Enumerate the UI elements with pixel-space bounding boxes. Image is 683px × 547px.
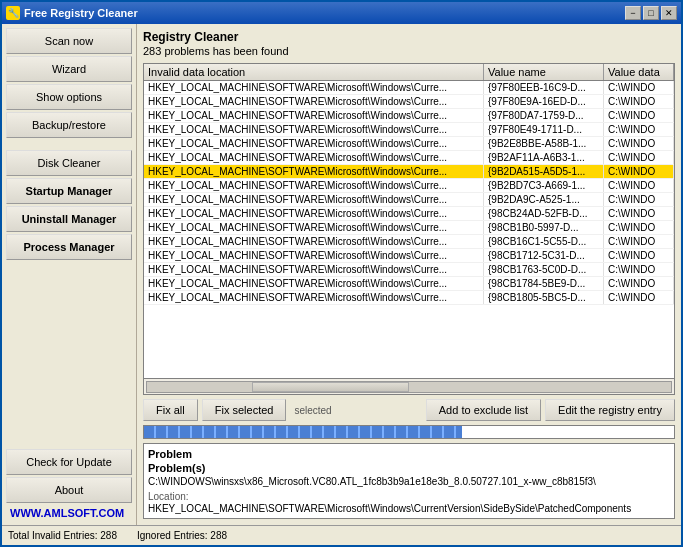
fix-selected-button[interactable]: Fix selected <box>202 399 287 421</box>
location-text: HKEY_LOCAL_MACHINE\SOFTWARE\Microsoft\Wi… <box>148 503 670 514</box>
table-row[interactable]: HKEY_LOCAL_MACHINE\SOFTWARE\Microsoft\Wi… <box>144 263 674 277</box>
disk-cleaner-button[interactable]: Disk Cleaner <box>6 150 132 176</box>
table-row[interactable]: HKEY_LOCAL_MACHINE\SOFTWARE\Microsoft\Wi… <box>144 235 674 249</box>
table-row[interactable]: HKEY_LOCAL_MACHINE\SOFTWARE\Microsoft\Wi… <box>144 193 674 207</box>
table-header: Invalid data location Value name Value d… <box>144 64 674 81</box>
cell-location: HKEY_LOCAL_MACHINE\SOFTWARE\Microsoft\Wi… <box>144 193 484 206</box>
cell-data: C:\WINDO <box>604 263 674 276</box>
show-options-button[interactable]: Show options <box>6 84 132 110</box>
table-hscrollbar[interactable] <box>144 378 674 394</box>
cell-value: {9B2BD7C3-A669-1... <box>484 179 604 192</box>
cell-location: HKEY_LOCAL_MACHINE\SOFTWARE\Microsoft\Wi… <box>144 249 484 262</box>
window-title: Free Registry Cleaner <box>24 7 625 19</box>
cell-location: HKEY_LOCAL_MACHINE\SOFTWARE\Microsoft\Wi… <box>144 151 484 164</box>
cell-value: {97F80EEB-16C9-D... <box>484 81 604 94</box>
table-row[interactable]: HKEY_LOCAL_MACHINE\SOFTWARE\Microsoft\Wi… <box>144 207 674 221</box>
about-button[interactable]: About <box>6 477 132 503</box>
cell-data: C:\WINDO <box>604 179 674 192</box>
startup-manager-button[interactable]: Startup Manager <box>6 178 132 204</box>
col-header-value: Value name <box>484 64 604 80</box>
cell-data: C:\WINDO <box>604 193 674 206</box>
table-row[interactable]: HKEY_LOCAL_MACHINE\SOFTWARE\Microsoft\Wi… <box>144 277 674 291</box>
cell-data: C:\WINDO <box>604 95 674 108</box>
backup-restore-button[interactable]: Backup/restore <box>6 112 132 138</box>
maximize-button[interactable]: □ <box>643 6 659 20</box>
cell-location: HKEY_LOCAL_MACHINE\SOFTWARE\Microsoft\Wi… <box>144 109 484 122</box>
minimize-button[interactable]: − <box>625 6 641 20</box>
cell-location: HKEY_LOCAL_MACHINE\SOFTWARE\Microsoft\Wi… <box>144 95 484 108</box>
content-area: Registry Cleaner 283 problems has been f… <box>137 24 681 525</box>
main-window: 🔧 Free Registry Cleaner − □ ✕ Scan now W… <box>0 0 683 547</box>
add-exclude-button[interactable]: Add to exclude list <box>426 399 541 421</box>
cell-location: HKEY_LOCAL_MACHINE\SOFTWARE\Microsoft\Wi… <box>144 81 484 94</box>
scan-now-button[interactable]: Scan now <box>6 28 132 54</box>
selected-label: selected <box>290 399 421 421</box>
table-row[interactable]: HKEY_LOCAL_MACHINE\SOFTWARE\Microsoft\Wi… <box>144 123 674 137</box>
problem-title: Problem(s) <box>148 462 670 474</box>
cell-location: HKEY_LOCAL_MACHINE\SOFTWARE\Microsoft\Wi… <box>144 277 484 290</box>
cell-value: {9B2DA515-A5D5-1... <box>484 165 604 178</box>
main-layout: Scan now Wizard Show options Backup/rest… <box>2 24 681 525</box>
close-button[interactable]: ✕ <box>661 6 677 20</box>
title-bar: 🔧 Free Registry Cleaner − □ ✕ <box>2 2 681 24</box>
edit-registry-button[interactable]: Edit the registry entry <box>545 399 675 421</box>
cell-value: {97F80DA7-1759-D... <box>484 109 604 122</box>
cell-value: {97F80E9A-16ED-D... <box>484 95 604 108</box>
uninstall-manager-button[interactable]: Uninstall Manager <box>6 206 132 232</box>
cell-value: {9B2AF11A-A6B3-1... <box>484 151 604 164</box>
cell-data: C:\WINDO <box>604 137 674 150</box>
problem-text: C:\WINDOWS\winsxs\x86_Microsoft.VC80.ATL… <box>148 476 670 487</box>
cell-data: C:\WINDO <box>604 123 674 136</box>
cell-location: HKEY_LOCAL_MACHINE\SOFTWARE\Microsoft\Wi… <box>144 137 484 150</box>
status-bar: Total Invalid Entries: 288 Ignored Entri… <box>2 525 681 545</box>
cell-location: HKEY_LOCAL_MACHINE\SOFTWARE\Microsoft\Wi… <box>144 235 484 248</box>
cell-location: HKEY_LOCAL_MACHINE\SOFTWARE\Microsoft\Wi… <box>144 123 484 136</box>
table-row[interactable]: HKEY_LOCAL_MACHINE\SOFTWARE\Microsoft\Wi… <box>144 109 674 123</box>
progress-bar-fill <box>144 426 462 438</box>
table-row[interactable]: HKEY_LOCAL_MACHINE\SOFTWARE\Microsoft\Wi… <box>144 95 674 109</box>
sidebar: Scan now Wizard Show options Backup/rest… <box>2 24 137 525</box>
cell-value: {98CB1B0-5997-D... <box>484 221 604 234</box>
app-icon: 🔧 <box>6 6 20 20</box>
sidebar-bottom: Check for Update About WWW.AMLSOFT.COM <box>6 449 132 521</box>
cell-location: HKEY_LOCAL_MACHINE\SOFTWARE\Microsoft\Wi… <box>144 165 484 178</box>
total-entries: Total Invalid Entries: 288 <box>8 530 117 541</box>
cell-data: C:\WINDO <box>604 277 674 290</box>
progress-bar <box>143 425 675 439</box>
registry-table: Invalid data location Value name Value d… <box>143 63 675 395</box>
fix-all-button[interactable]: Fix all <box>143 399 198 421</box>
cell-data: C:\WINDO <box>604 207 674 220</box>
table-row[interactable]: HKEY_LOCAL_MACHINE\SOFTWARE\Microsoft\Wi… <box>144 81 674 95</box>
cell-data: C:\WINDO <box>604 165 674 178</box>
table-body[interactable]: HKEY_LOCAL_MACHINE\SOFTWARE\Microsoft\Wi… <box>144 81 674 378</box>
cell-value: {98CB1805-5BC5-D... <box>484 291 604 304</box>
table-row[interactable]: HKEY_LOCAL_MACHINE\SOFTWARE\Microsoft\Wi… <box>144 291 674 305</box>
section-subtitle: 283 problems has been found <box>143 45 675 57</box>
table-row[interactable]: HKEY_LOCAL_MACHINE\SOFTWARE\Microsoft\Wi… <box>144 165 674 179</box>
cell-data: C:\WINDO <box>604 109 674 122</box>
cell-data: C:\WINDO <box>604 235 674 248</box>
cell-data: C:\WINDO <box>604 151 674 164</box>
table-row[interactable]: HKEY_LOCAL_MACHINE\SOFTWARE\Microsoft\Wi… <box>144 249 674 263</box>
col-header-location: Invalid data location <box>144 64 484 80</box>
cell-location: HKEY_LOCAL_MACHINE\SOFTWARE\Microsoft\Wi… <box>144 207 484 220</box>
cell-data: C:\WINDO <box>604 81 674 94</box>
table-row[interactable]: HKEY_LOCAL_MACHINE\SOFTWARE\Microsoft\Wi… <box>144 151 674 165</box>
cell-location: HKEY_LOCAL_MACHINE\SOFTWARE\Microsoft\Wi… <box>144 263 484 276</box>
cell-value: {98CB24AD-52FB-D... <box>484 207 604 220</box>
website-link[interactable]: WWW.AMLSOFT.COM <box>6 505 132 521</box>
cell-value: {98CB16C1-5C55-D... <box>484 235 604 248</box>
cell-location: HKEY_LOCAL_MACHINE\SOFTWARE\Microsoft\Wi… <box>144 291 484 304</box>
location-label: Location: <box>148 491 670 502</box>
process-manager-button[interactable]: Process Manager <box>6 234 132 260</box>
cell-value: {9B2E8BBE-A58B-1... <box>484 137 604 150</box>
table-row[interactable]: HKEY_LOCAL_MACHINE\SOFTWARE\Microsoft\Wi… <box>144 221 674 235</box>
cell-data: C:\WINDO <box>604 221 674 234</box>
table-row[interactable]: HKEY_LOCAL_MACHINE\SOFTWARE\Microsoft\Wi… <box>144 137 674 151</box>
check-update-button[interactable]: Check for Update <box>6 449 132 475</box>
col-header-data: Value data <box>604 64 674 80</box>
wizard-button[interactable]: Wizard <box>6 56 132 82</box>
cell-data: C:\WINDO <box>604 249 674 262</box>
problem-area: Problem Problem(s) C:\WINDOWS\winsxs\x86… <box>143 443 675 519</box>
table-row[interactable]: HKEY_LOCAL_MACHINE\SOFTWARE\Microsoft\Wi… <box>144 179 674 193</box>
